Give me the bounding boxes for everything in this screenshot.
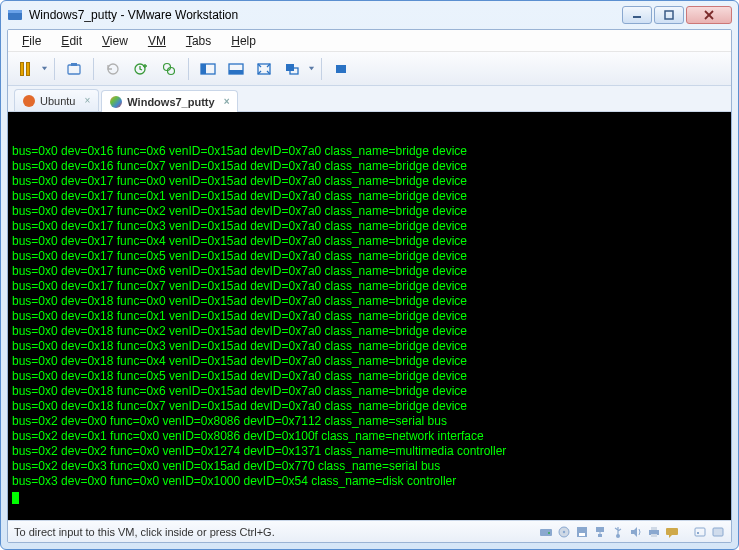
unity-icon xyxy=(284,61,300,77)
tab-ubuntu[interactable]: Ubuntu × xyxy=(14,89,99,111)
sidebar-icon xyxy=(200,61,216,77)
svg-rect-32 xyxy=(651,534,657,537)
cdrom-icon[interactable] xyxy=(557,525,571,539)
show-thumbnail-button[interactable] xyxy=(223,56,249,82)
unity-button[interactable] xyxy=(279,56,305,82)
usb-icon[interactable] xyxy=(611,525,625,539)
windows-icon xyxy=(110,96,122,108)
suspend-dropdown[interactable] xyxy=(40,65,48,72)
terminal-line: bus=0x0 dev=0x16 func=0x7 venID=0x15ad d… xyxy=(12,159,727,174)
svg-rect-20 xyxy=(540,529,552,536)
tab-label: Ubuntu xyxy=(40,95,75,107)
terminal-line: bus=0x0 dev=0x17 func=0x5 venID=0x15ad d… xyxy=(12,249,727,264)
terminal-line: bus=0x0 dev=0x17 func=0x2 venID=0x15ad d… xyxy=(12,204,727,219)
terminal-line: bus=0x0 dev=0x18 func=0x2 venID=0x15ad d… xyxy=(12,324,727,339)
close-button[interactable] xyxy=(686,6,732,24)
svg-rect-36 xyxy=(713,528,723,536)
svg-point-23 xyxy=(563,530,565,532)
vm-console[interactable]: bus=0x0 dev=0x16 func=0x6 venID=0x15ad d… xyxy=(8,112,731,520)
switch-icon xyxy=(333,61,349,77)
svg-rect-13 xyxy=(201,64,206,74)
clock-plus-icon xyxy=(133,61,149,77)
client-area: File Edit View VM Tabs Help xyxy=(7,29,732,543)
terminal-line: bus=0x0 dev=0x16 func=0x6 venID=0x15ad d… xyxy=(12,144,727,159)
tab-label: Windows7_putty xyxy=(127,96,214,108)
device-tray xyxy=(539,525,725,539)
toolbar xyxy=(8,52,731,86)
network-icon[interactable] xyxy=(593,525,607,539)
quick-switch-button[interactable] xyxy=(328,56,354,82)
menu-tabs[interactable]: Tabs xyxy=(178,32,219,50)
terminal-line: bus=0x2 dev=0x0 func=0x0 venID=0x8086 de… xyxy=(12,414,727,429)
svg-rect-26 xyxy=(596,527,604,532)
terminal-line: bus=0x0 dev=0x18 func=0x6 venID=0x15ad d… xyxy=(12,384,727,399)
statusbar: To direct input to this VM, click inside… xyxy=(8,520,731,542)
svg-point-11 xyxy=(168,67,175,74)
svg-rect-27 xyxy=(598,534,602,537)
svg-point-10 xyxy=(164,63,171,70)
snapshot-button[interactable] xyxy=(61,56,87,82)
revert-icon xyxy=(105,61,121,77)
input-grabbed-icon xyxy=(693,525,707,539)
thumbnail-icon xyxy=(228,61,244,77)
sound-icon[interactable] xyxy=(629,525,643,539)
terminal-line: bus=0x0 dev=0x18 func=0x7 venID=0x15ad d… xyxy=(12,399,727,414)
terminal-line: bus=0x0 dev=0x17 func=0x3 venID=0x15ad d… xyxy=(12,219,727,234)
titlebar[interactable]: Windows7_putty - VMware Workstation xyxy=(1,1,738,29)
menu-vm[interactable]: VM xyxy=(140,32,174,50)
terminal-line: bus=0x0 dev=0x18 func=0x5 venID=0x15ad d… xyxy=(12,369,727,384)
svg-rect-6 xyxy=(68,65,80,74)
terminal-line: bus=0x0 dev=0x18 func=0x4 venID=0x15ad d… xyxy=(12,354,727,369)
svg-rect-35 xyxy=(697,532,699,534)
close-icon[interactable]: × xyxy=(224,96,230,107)
show-console-button[interactable] xyxy=(195,56,221,82)
app-icon xyxy=(7,7,23,23)
tab-windows7-putty[interactable]: Windows7_putty × xyxy=(101,90,238,112)
svg-rect-31 xyxy=(651,527,657,530)
harddisk-icon[interactable] xyxy=(539,525,553,539)
svg-rect-34 xyxy=(695,528,705,536)
app-window: Windows7_putty - VMware Workstation File… xyxy=(0,0,739,550)
message-icon[interactable] xyxy=(665,525,679,539)
unity-dropdown[interactable] xyxy=(307,65,315,72)
terminal-line: bus=0x0 dev=0x18 func=0x1 venID=0x15ad d… xyxy=(12,309,727,324)
terminal-line: bus=0x0 dev=0x17 func=0x7 venID=0x15ad d… xyxy=(12,279,727,294)
terminal-line: bus=0x0 dev=0x17 func=0x4 venID=0x15ad d… xyxy=(12,234,727,249)
ubuntu-icon xyxy=(23,95,35,107)
cursor xyxy=(12,492,19,504)
tabstrip: Ubuntu × Windows7_putty × xyxy=(8,86,731,112)
fullscreen-icon xyxy=(256,61,272,77)
menu-view[interactable]: View xyxy=(94,32,136,50)
svg-rect-19 xyxy=(336,65,346,73)
snapshots-icon xyxy=(161,61,177,77)
take-snapshot-button[interactable] xyxy=(128,56,154,82)
maximize-button[interactable] xyxy=(654,6,684,24)
fullscreen-button[interactable] xyxy=(251,56,277,82)
floppy-icon[interactable] xyxy=(575,525,589,539)
svg-rect-1 xyxy=(8,10,22,13)
printer-icon[interactable] xyxy=(647,525,661,539)
snapshot-icon xyxy=(66,61,82,77)
terminal-line: bus=0x2 dev=0x2 func=0x0 venID=0x1274 de… xyxy=(12,444,727,459)
manage-snapshots-button[interactable] xyxy=(156,56,182,82)
input-released-icon xyxy=(711,525,725,539)
suspend-button[interactable] xyxy=(12,56,38,82)
svg-rect-25 xyxy=(579,533,585,536)
terminal-cursor-line xyxy=(12,489,727,504)
terminal-line: bus=0x0 dev=0x18 func=0x0 venID=0x15ad d… xyxy=(12,294,727,309)
status-hint: To direct input to this VM, click inside… xyxy=(14,526,539,538)
menu-file[interactable]: File xyxy=(14,32,49,50)
menu-help[interactable]: Help xyxy=(223,32,264,50)
minimize-button[interactable] xyxy=(622,6,652,24)
terminal-line: bus=0x2 dev=0x3 func=0x0 venID=0x15ad de… xyxy=(12,459,727,474)
svg-rect-33 xyxy=(666,528,678,535)
svg-rect-3 xyxy=(665,11,673,19)
close-icon[interactable]: × xyxy=(84,95,90,106)
menu-edit[interactable]: Edit xyxy=(53,32,90,50)
svg-rect-7 xyxy=(71,63,77,66)
svg-rect-15 xyxy=(229,70,243,74)
terminal-line: bus=0x3 dev=0x0 func=0x0 venID=0x1000 de… xyxy=(12,474,727,489)
terminal-line: bus=0x0 dev=0x17 func=0x6 venID=0x15ad d… xyxy=(12,264,727,279)
terminal-line: bus=0x2 dev=0x1 func=0x0 venID=0x8086 de… xyxy=(12,429,727,444)
revert-snapshot-button[interactable] xyxy=(100,56,126,82)
